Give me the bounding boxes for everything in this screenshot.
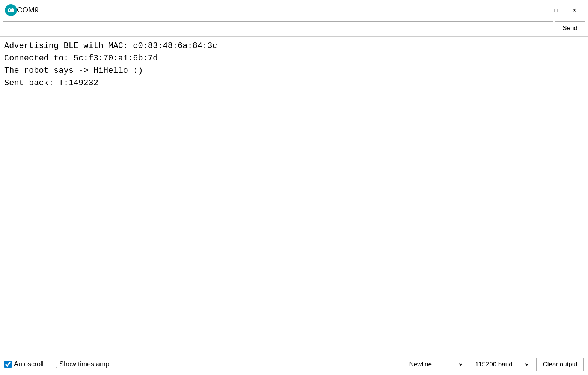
baud-select[interactable]: 300 baud 1200 baud 2400 baud 4800 baud 9… xyxy=(470,358,530,371)
window-title: COM9 xyxy=(17,6,528,14)
toolbar: Send xyxy=(0,20,588,37)
autoscroll-checkbox[interactable] xyxy=(4,361,12,368)
maximize-button[interactable]: □ xyxy=(547,3,564,17)
show-timestamp-label: Show timestamp xyxy=(59,360,109,368)
arduino-serial-monitor-window: COM9 — □ ✕ Send Advertising BLE with MAC… xyxy=(0,0,588,375)
serial-line-3: The robot says -> HiHello :) xyxy=(4,65,584,77)
autoscroll-area: Autoscroll xyxy=(4,360,44,368)
timestamp-area: Show timestamp xyxy=(50,360,109,368)
minimize-button[interactable]: — xyxy=(528,3,546,17)
close-button[interactable]: ✕ xyxy=(566,3,583,17)
serial-line-1: Advertising BLE with MAC: c0:83:48:6a:84… xyxy=(4,40,584,52)
status-bar: Autoscroll Show timestamp Newline No lin… xyxy=(0,354,588,375)
serial-line-4: Sent back: T:149232 xyxy=(4,77,584,89)
title-bar: COM9 — □ ✕ xyxy=(0,0,588,20)
arduino-logo-icon xyxy=(5,4,17,16)
show-timestamp-checkbox[interactable] xyxy=(50,361,57,368)
message-input[interactable] xyxy=(3,21,553,35)
clear-output-button[interactable]: Clear output xyxy=(536,358,584,371)
serial-line-2: Connected to: 5c:f3:70:a1:6b:7d xyxy=(4,52,584,65)
window-controls: — □ ✕ xyxy=(528,3,583,17)
autoscroll-label: Autoscroll xyxy=(14,360,44,368)
send-button[interactable]: Send xyxy=(555,21,585,35)
newline-select[interactable]: Newline No line ending Carriage return B… xyxy=(404,358,464,371)
serial-output: Advertising BLE with MAC: c0:83:48:6a:84… xyxy=(0,37,588,354)
